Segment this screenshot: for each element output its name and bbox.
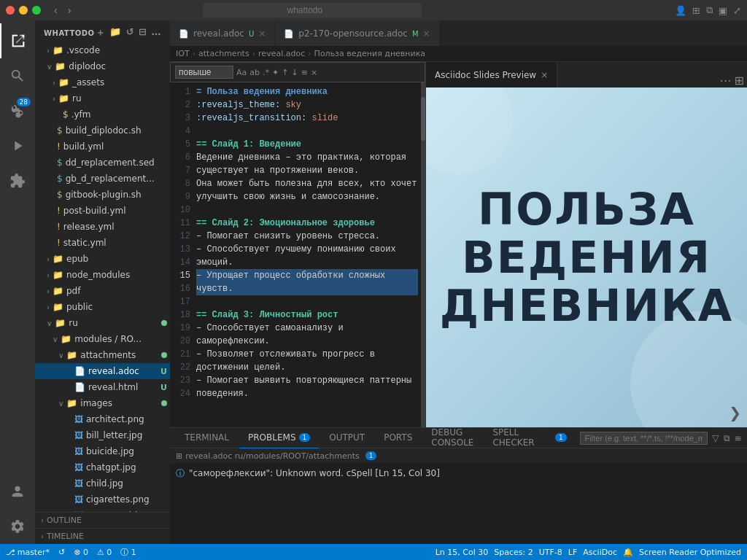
tree-item-yfm[interactable]: $.yfm bbox=[35, 106, 170, 122]
tree-item-buicide[interactable]: 🖼buicide.jpg bbox=[35, 443, 170, 459]
close-find-icon[interactable]: × bbox=[311, 68, 317, 77]
editor-preview: Aa ab .* ✦ ↑ ↓ ≡ × 1 2 3 4 5 bbox=[170, 62, 747, 427]
panel-tab-problems[interactable]: PROBLEMS 1 bbox=[239, 428, 319, 448]
preview-tab[interactable]: Asciidoc Slides Preview × bbox=[426, 62, 557, 88]
regex-icon[interactable]: .* bbox=[263, 68, 269, 77]
panel-tab-ports[interactable]: PORTS bbox=[375, 428, 421, 448]
code-editor[interactable]: 1 2 3 4 5 6 7 8 9 10 11 12 13 14 bbox=[170, 82, 425, 427]
tree-item-reveal-adoc[interactable]: 📄reveal.adoc U bbox=[35, 363, 170, 379]
tree-item-bill-letter[interactable]: 🖼bill_letter.jpg bbox=[35, 427, 170, 443]
breadcrumb-iot[interactable]: IOT bbox=[176, 49, 190, 58]
tree-item-vscode[interactable]: ›📁.vscode bbox=[35, 42, 170, 58]
select-all-icon[interactable]: ≡ bbox=[301, 68, 308, 77]
preview-more-icon[interactable]: ⋯ bbox=[720, 74, 732, 88]
minimize-button[interactable] bbox=[19, 6, 28, 15]
fullscreen-icon[interactable]: ⤢ bbox=[733, 5, 741, 16]
tree-item-release[interactable]: !release.yml bbox=[35, 219, 170, 235]
maximize-button[interactable] bbox=[32, 6, 41, 15]
collapse-panel-icon[interactable]: ⧉ bbox=[724, 433, 730, 443]
refresh-icon[interactable]: ↺ bbox=[126, 26, 134, 39]
tree-item-static[interactable]: !static.yml bbox=[35, 235, 170, 251]
panel-tab-terminal[interactable]: TERMINAL bbox=[176, 428, 238, 448]
tree-item-images[interactable]: ∨📁images bbox=[35, 395, 170, 411]
layout-icon[interactable]: ⊞ bbox=[692, 5, 700, 16]
tree-item-dd-replacement[interactable]: $dd_replacement.sed bbox=[35, 155, 170, 171]
preview-layout-icon[interactable]: ⊞ bbox=[735, 74, 744, 88]
status-screen-reader[interactable]: Screen Reader Optimized bbox=[639, 548, 741, 557]
tree-item-public[interactable]: ›📁public bbox=[35, 299, 170, 315]
activity-extensions[interactable] bbox=[0, 163, 35, 198]
account-icon[interactable]: 👤 bbox=[675, 5, 686, 16]
panel-tab-debug[interactable]: DEBUG CONSOLE bbox=[422, 428, 482, 448]
status-encoding[interactable]: UTF-8 bbox=[539, 548, 562, 557]
tree-item-gitbook-sh[interactable]: $gitbook-plugin.sh bbox=[35, 187, 170, 203]
breadcrumb-attachments[interactable]: attachments bbox=[198, 49, 249, 58]
timeline-section[interactable]: › TIMELINE bbox=[35, 528, 170, 544]
breadcrumb-reveal[interactable]: reveal.adoc bbox=[258, 49, 305, 58]
panel-tab-output[interactable]: OUTPUT bbox=[320, 428, 374, 448]
more-icon[interactable]: … bbox=[152, 26, 162, 39]
case-sensitive-icon[interactable]: Aa bbox=[236, 68, 247, 77]
status-sync[interactable]: ↺ bbox=[58, 548, 65, 557]
status-language[interactable]: AsciiDoc bbox=[583, 548, 617, 557]
tree-item-gb-replacement[interactable]: $gb_d_replacement... bbox=[35, 171, 170, 187]
tree-item-node-modules[interactable]: ›📁node_modules bbox=[35, 267, 170, 283]
tree-item-diplodoc[interactable]: ∨📁diplodoc bbox=[35, 58, 170, 74]
tree-item-modules[interactable]: ∨📁modules / RO... bbox=[35, 331, 170, 347]
activity-explorer[interactable] bbox=[0, 23, 35, 58]
tree-item-attachments[interactable]: ∨📁attachments bbox=[35, 347, 170, 363]
status-info[interactable]: ⓘ 1 bbox=[120, 547, 136, 558]
find-input[interactable] bbox=[175, 66, 233, 79]
tree-item-pdf[interactable]: ›📁pdf bbox=[35, 283, 170, 299]
tab-reveal-adoc[interactable]: 📄 reveal.adoc U × bbox=[170, 20, 275, 46]
tree-item-assets[interactable]: ›📁_assets bbox=[35, 74, 170, 90]
tree-item-architect[interactable]: 🖼architect.png bbox=[35, 411, 170, 427]
status-warnings[interactable]: ⚠ 0 bbox=[97, 548, 112, 557]
tree-item-build-yml[interactable]: !build.yml bbox=[35, 139, 170, 155]
tab-reveal-adoc-close[interactable]: × bbox=[258, 28, 266, 39]
activity-search[interactable] bbox=[0, 58, 35, 93]
match-case-icon[interactable]: ✦ bbox=[272, 68, 279, 77]
status-bell-icon[interactable]: 🔔 bbox=[623, 548, 633, 557]
tree-item-ru-sub[interactable]: ›📁ru bbox=[35, 90, 170, 106]
tree-item-epub[interactable]: ›📁epub bbox=[35, 251, 170, 267]
new-file-icon[interactable]: ＋ bbox=[96, 26, 106, 39]
preview-next-icon[interactable]: ❯ bbox=[729, 404, 741, 421]
split-icon[interactable]: ⧉ bbox=[706, 4, 713, 16]
status-errors[interactable]: ⊗ 0 bbox=[74, 548, 88, 557]
new-folder-icon[interactable]: 📁 bbox=[109, 26, 122, 39]
tree-item-cigarettes[interactable]: 🖼cigarettes.png bbox=[35, 491, 170, 508]
activity-source-control[interactable]: 28 bbox=[0, 93, 35, 128]
spell-checker-tab[interactable]: SPELL CHECKER 1 bbox=[484, 428, 575, 448]
forward-button[interactable]: › bbox=[65, 3, 74, 18]
collapse-icon[interactable]: ⊟ bbox=[139, 26, 147, 39]
search-bar[interactable] bbox=[203, 3, 422, 18]
status-spaces[interactable]: Spaces: 2 bbox=[494, 548, 533, 557]
tree-item-build-sh[interactable]: $build_diplodoc.sh bbox=[35, 122, 170, 139]
preview-tab-close[interactable]: × bbox=[541, 70, 548, 80]
tree-item-post-build[interactable]: !post-build.yml bbox=[35, 203, 170, 219]
close-button[interactable] bbox=[6, 6, 15, 15]
tree-item-ru[interactable]: ∨📁ru bbox=[35, 315, 170, 331]
panel-icon[interactable]: ▣ bbox=[719, 5, 727, 16]
breadcrumb-section[interactable]: Польза ведения дневника bbox=[314, 49, 425, 58]
panel-filter-input[interactable] bbox=[580, 432, 708, 445]
whole-word-icon[interactable]: ab bbox=[249, 68, 260, 77]
status-branch[interactable]: ⎇ master* bbox=[6, 548, 50, 557]
status-ln-col[interactable]: Ln 15, Col 30 bbox=[436, 548, 489, 557]
activity-run[interactable] bbox=[0, 128, 35, 163]
tree-item-child[interactable]: 🖼child.jpg bbox=[35, 475, 170, 491]
filter-icon[interactable]: ▽ bbox=[712, 433, 719, 443]
activity-settings[interactable] bbox=[0, 509, 35, 544]
outline-section[interactable]: › OUTLINE bbox=[35, 512, 170, 528]
tab-p2-170[interactable]: 📄 p2-170-opensource.adoc M × bbox=[275, 20, 439, 46]
tree-item-chatgpt[interactable]: 🖼chatgpt.jpg bbox=[35, 459, 170, 475]
tree-item-reveal-html[interactable]: 📄reveal.html U bbox=[35, 379, 170, 395]
status-eol[interactable]: LF bbox=[568, 548, 577, 557]
activity-account[interactable] bbox=[0, 474, 35, 509]
clear-panel-icon[interactable]: ≡ bbox=[735, 433, 742, 443]
back-button[interactable]: ‹ bbox=[51, 3, 61, 18]
tab-p2-170-close[interactable]: × bbox=[423, 28, 430, 39]
next-match-icon[interactable]: ↓ bbox=[291, 68, 298, 77]
prev-match-icon[interactable]: ↑ bbox=[282, 68, 288, 77]
